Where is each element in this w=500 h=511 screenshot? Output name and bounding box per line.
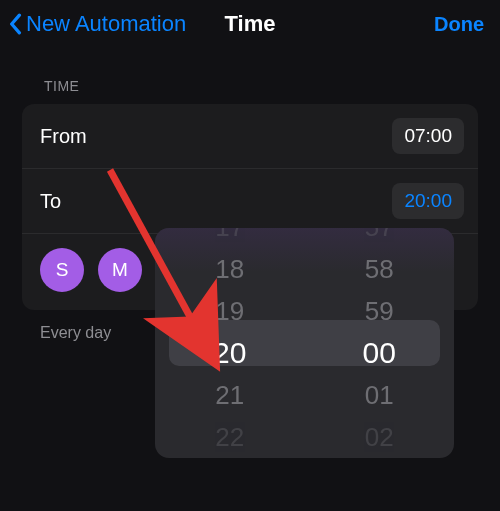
picker-item[interactable]: 00 bbox=[363, 332, 396, 374]
done-button[interactable]: Done bbox=[434, 13, 484, 36]
picker-item[interactable]: 20 bbox=[213, 332, 246, 374]
picker-item[interactable]: 22 bbox=[215, 416, 244, 458]
minute-wheel[interactable]: 575859000102 bbox=[305, 228, 455, 458]
picker-item[interactable]: 02 bbox=[365, 416, 394, 458]
to-time-pill[interactable]: 20:00 bbox=[392, 183, 464, 219]
day-monday[interactable]: M bbox=[98, 248, 142, 292]
picker-item[interactable]: 18 bbox=[215, 248, 244, 290]
from-label: From bbox=[40, 125, 87, 148]
back-label: New Automation bbox=[26, 11, 186, 37]
picker-item[interactable]: 21 bbox=[215, 374, 244, 416]
picker-item[interactable]: 59 bbox=[365, 290, 394, 332]
picker-item[interactable]: 58 bbox=[365, 248, 394, 290]
back-button[interactable]: New Automation bbox=[6, 10, 186, 38]
time-picker-popover: 171819202122 575859000102 bbox=[155, 228, 454, 458]
navbar: New Automation Time Done bbox=[0, 0, 500, 52]
picker-item[interactable]: 17 bbox=[215, 228, 244, 248]
picker-item[interactable]: 01 bbox=[365, 374, 394, 416]
page-title: Time bbox=[225, 11, 276, 37]
to-label: To bbox=[40, 190, 61, 213]
chevron-left-icon bbox=[6, 10, 24, 38]
section-header: TIME bbox=[44, 78, 500, 94]
day-sunday[interactable]: S bbox=[40, 248, 84, 292]
to-row[interactable]: To 20:00 bbox=[22, 169, 478, 234]
picker-item[interactable]: 57 bbox=[365, 228, 394, 248]
picker-item[interactable]: 19 bbox=[215, 290, 244, 332]
from-row[interactable]: From 07:00 bbox=[22, 104, 478, 169]
hour-wheel[interactable]: 171819202122 bbox=[155, 228, 305, 458]
from-time-pill[interactable]: 07:00 bbox=[392, 118, 464, 154]
